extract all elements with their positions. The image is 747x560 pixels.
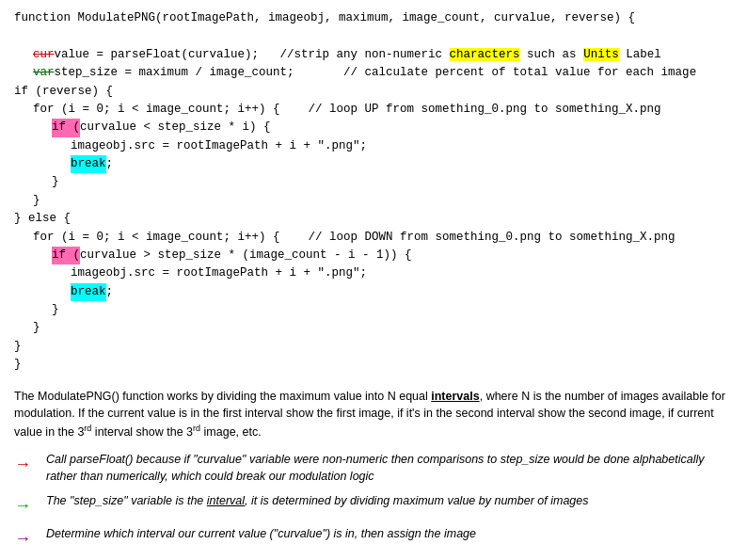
code-text: value = parseFloat(curvalue); //strip an… [55,46,661,64]
code-text: } [52,173,59,191]
code-block: function ModulatePNG(rootImagePath, imag… [14,9,733,375]
code-text: if (reverse) { [14,83,113,101]
code-line-for-up: for (i = 0; i < image_count; i++) { // l… [14,101,733,119]
highlight-if: if ( [52,119,80,136]
bullet-green-text: The "step_size" variable is the interval… [46,492,733,509]
code-line-break-up: break; [14,155,733,173]
code-text: imageobj.src = rootImagePath + i + ".png… [71,264,367,282]
code-text: } [33,319,40,337]
code-text: } [14,356,22,374]
code-text: } [33,192,40,210]
code-text: ; [106,283,114,301]
code-line-imageobj-down: imageobj.src = rootImagePath + i + ".png… [14,264,733,282]
code-line-break-down: break; [14,283,733,301]
code-line-else: } else { [14,210,733,228]
code-line-close-if-up: } [14,173,733,191]
code-line-blank [14,27,733,45]
code-text: } else { [14,210,71,228]
bullet-purple-text: Determine which interval our current val… [46,525,733,542]
strikethrough-cur: cur [33,46,55,64]
code-line-if-reverse: if (reverse) { [14,83,733,101]
code-text: step_size = maximum / image_count; // ca… [55,64,697,82]
code-text: imageobj.src = rootImagePath + i + ".png… [71,137,367,155]
arrow-red-icon: → [14,452,46,476]
highlight-if-2: if ( [52,247,80,264]
desc-main-text: The ModulatePNG() function works by divi… [14,388,733,441]
bullet-red: → Call parseFloat() because if "curvalue… [14,451,733,485]
strikethrough-var: var [33,64,55,82]
intervals-word: intervals [431,390,479,403]
code-line-stepsize: varstep_size = maximum / image_count; //… [14,64,733,82]
code-text: function ModulatePNG(rootImagePath, imag… [14,9,635,27]
code-line-close-else: } [14,338,733,356]
code-line-if-curvalue-gt: if (curvalue > step_size * (image_count … [14,247,733,264]
bullet-purple: → Determine which interval our current v… [14,525,733,551]
code-text: for (i = 0; i < image_count; i++) { // l… [33,229,675,247]
description-section: The ModulatePNG() function works by divi… [14,388,733,561]
code-line-for-down: for (i = 0; i < image_count; i++) { // l… [14,229,733,247]
bullet-green: → The "step_size" variable is the interv… [14,492,733,518]
code-text: for (i = 0; i < image_count; i++) { // l… [33,101,661,119]
highlight-break: break [71,155,106,173]
code-line-curvalue: curvalue = parseFloat(curvalue); //strip… [14,46,733,64]
code-line-1: function ModulatePNG(rootImagePath, imag… [14,9,733,27]
code-line-imageobj-up: imageobj.src = rootImagePath + i + ".png… [14,137,733,155]
code-line-close-fn: } [14,356,733,374]
code-line-if-curvalue-lt: if (curvalue < step_size * i) { [14,119,733,136]
code-text: ; [106,155,114,173]
highlight-break-2: break [71,283,106,301]
interval-word: interval [207,494,245,507]
code-text: } [52,301,59,319]
bullet-red-text: Call parseFloat() because if "curvalue" … [46,451,733,485]
code-line-close-for-down: } [14,319,733,337]
arrow-purple-icon: → [14,526,46,551]
code-line-close-for-up: } [14,192,733,210]
arrow-green-icon: → [14,493,46,518]
code-text: curvalue < step_size * i) { [80,119,271,136]
code-text: curvalue > step_size * (image_count - i … [80,247,412,264]
code-text: } [14,338,22,356]
code-line-close-if-down: } [14,301,733,319]
